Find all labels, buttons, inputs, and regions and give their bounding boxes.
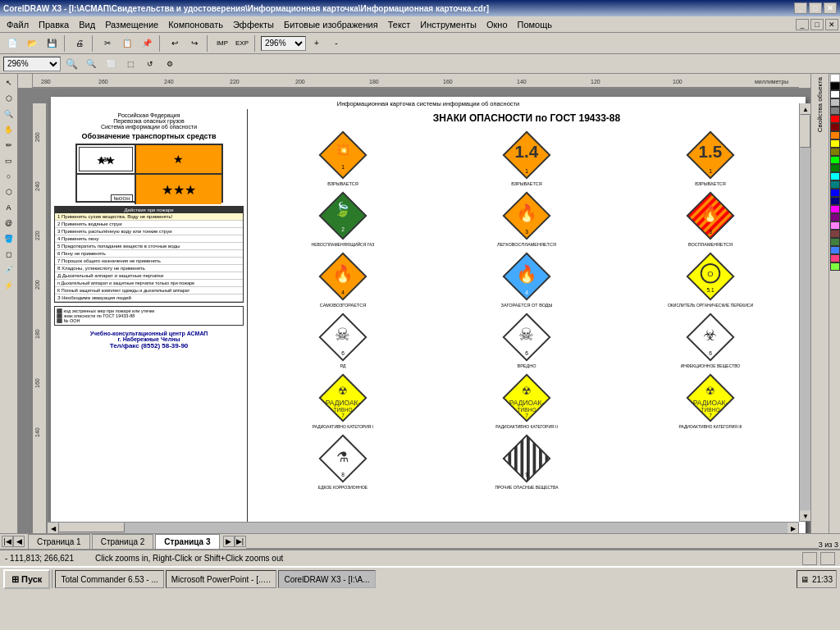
menu-help[interactable]: Помощь <box>513 18 558 31</box>
scroll-left-button[interactable]: ◀ <box>48 523 59 533</box>
zoom-in-2-button[interactable]: 🔍 <box>62 55 80 73</box>
start-button[interactable]: ⊞ Пуск <box>3 569 50 589</box>
spiral-tool[interactable]: @ <box>2 216 16 231</box>
menu-compose[interactable]: Компоновать <box>163 18 228 31</box>
tab-last-button[interactable]: ▶| <box>235 536 246 547</box>
taskbar-coreldraw[interactable]: CorelDRAW X3 - [I:\А... <box>278 570 375 588</box>
color-swatch-brown[interactable] <box>830 230 840 238</box>
color-swatch-silver[interactable] <box>830 98 840 107</box>
app-maximize-button[interactable]: □ <box>810 19 824 30</box>
color-swatch-black[interactable] <box>830 82 840 90</box>
scroll-thumb-v[interactable] <box>800 115 810 148</box>
copy-button[interactable]: 📋 <box>118 34 136 52</box>
shape-tool[interactable]: ⬡ <box>2 91 16 106</box>
menu-text[interactable]: Текст <box>383 18 416 31</box>
tab-next-button[interactable]: ▶ <box>223 536 235 547</box>
app-close-button[interactable]: ✕ <box>825 19 838 30</box>
color-swatch-pink[interactable] <box>830 221 840 230</box>
app-minimize-button[interactable]: _ <box>796 19 809 30</box>
options-button[interactable]: ⚙ <box>161 55 179 73</box>
menu-view[interactable]: Вид <box>74 18 100 31</box>
color-swatch-green[interactable] <box>830 164 840 172</box>
maximize-button[interactable]: □ <box>809 2 822 14</box>
redo-button[interactable]: ↪ <box>185 34 203 52</box>
menu-bitmap[interactable]: Битовые изображения <box>279 18 383 31</box>
new-button[interactable]: 📄 <box>3 34 21 52</box>
color-swatch-red[interactable] <box>830 115 840 123</box>
scroll-thumb-h[interactable] <box>59 523 125 532</box>
select-tool[interactable]: ↖ <box>2 75 16 90</box>
color-swatch-gray[interactable] <box>830 107 840 115</box>
zoom-page-button[interactable]: ⬜ <box>102 55 120 73</box>
color-swatch-chartreuse[interactable] <box>830 262 840 271</box>
polygon-tool[interactable]: ⬡ <box>2 185 16 199</box>
page-tab-1[interactable]: Страница 1 <box>28 534 90 549</box>
color-swatch-cornblue[interactable] <box>830 246 840 254</box>
export-button[interactable]: EXP <box>233 34 251 52</box>
color-swatch-maroon[interactable] <box>830 123 840 131</box>
taskbar-powerpoint[interactable]: Microsoft PowerPoint - [..… <box>166 570 277 588</box>
print-button[interactable]: 🖨 <box>71 34 89 52</box>
page-tab-3[interactable]: Страница 3 <box>155 534 219 549</box>
color-swatch-rose[interactable] <box>830 254 840 262</box>
menu-edit[interactable]: Правка <box>34 18 74 31</box>
menu-effects[interactable]: Эффекты <box>228 18 279 31</box>
horizontal-scrollbar[interactable]: ◀ ▶ <box>48 522 799 533</box>
color-swatch-olive[interactable] <box>830 148 840 156</box>
tab-prev-button[interactable]: ◀ <box>13 536 25 547</box>
zoom-out-button[interactable]: - <box>327 34 345 52</box>
scroll-track-v[interactable] <box>800 115 810 510</box>
zoom-select-2[interactable]: 296% <box>3 57 61 71</box>
scroll-track-h[interactable] <box>59 523 788 533</box>
paste-button[interactable]: 📌 <box>138 34 156 52</box>
pan-tool[interactable]: ✋ <box>2 122 16 137</box>
menu-file[interactable]: Файл <box>2 18 34 31</box>
fill-tool[interactable]: 🪣 <box>2 231 16 246</box>
freehand-tool[interactable]: ✏ <box>2 138 16 153</box>
window-controls[interactable]: _ □ ✕ <box>794 2 837 14</box>
close-button[interactable]: ✕ <box>824 2 837 14</box>
color-swatch-navy[interactable] <box>830 197 840 205</box>
outline-tool[interactable]: ◻ <box>2 247 16 262</box>
color-swatch-lime[interactable] <box>830 156 840 164</box>
zoom-in-button[interactable]: + <box>308 34 326 52</box>
eyedropper-tool[interactable]: 💉 <box>2 262 16 277</box>
vertical-scrollbar[interactable]: ▲ ▼ <box>799 103 810 522</box>
scroll-right-button[interactable]: ▶ <box>788 523 799 533</box>
scroll-down-button[interactable]: ▼ <box>800 510 810 522</box>
menu-arrange[interactable]: Размещение <box>100 18 163 31</box>
color-swatch-magenta[interactable] <box>830 205 840 213</box>
color-swatch-white[interactable] <box>830 90 840 98</box>
menu-window[interactable]: Окно <box>482 18 513 31</box>
scroll-up-button[interactable]: ▲ <box>800 103 810 115</box>
zoom-out-2-button[interactable]: 🔍 <box>82 55 100 73</box>
save-button[interactable]: 💾 <box>43 34 61 52</box>
canvas-area[interactable]: 260 240 220 200 180 160 140 миллиметры И… <box>33 89 810 533</box>
open-button[interactable]: 📂 <box>23 34 41 52</box>
zoom-select[interactable]: 296% 200% 100% <box>261 36 306 51</box>
cut-button[interactable]: ✂ <box>98 34 116 52</box>
color-swatch-orange[interactable] <box>830 131 840 139</box>
color-swatch-none[interactable] <box>830 74 840 82</box>
color-swatch-blue[interactable] <box>830 189 840 197</box>
color-swatch-teal[interactable] <box>830 180 840 189</box>
interactive-tool[interactable]: ⚡ <box>2 278 16 293</box>
minimize-button[interactable]: _ <box>794 2 807 14</box>
color-swatch-sage[interactable] <box>830 238 840 246</box>
color-swatch-cyan[interactable] <box>830 172 840 180</box>
zoom-tool[interactable]: 🔍 <box>2 107 16 121</box>
page-tab-2[interactable]: Страница 2 <box>92 534 154 549</box>
color-swatch-yellow[interactable] <box>830 139 840 148</box>
svg-text:O: O <box>707 269 713 278</box>
rectangle-tool[interactable]: ▭ <box>2 153 16 168</box>
text-tool[interactable]: A <box>2 200 16 215</box>
import-button[interactable]: IMP <box>213 34 231 52</box>
refresh-button[interactable]: ↺ <box>141 55 159 73</box>
ellipse-tool[interactable]: ○ <box>2 169 16 184</box>
zoom-width-button[interactable]: ⬚ <box>121 55 139 73</box>
menu-tools[interactable]: Инструменты <box>415 18 482 31</box>
color-swatch-purple[interactable] <box>830 213 840 221</box>
undo-button[interactable]: ↩ <box>166 34 184 52</box>
taskbar-total-commander[interactable]: Total Commander 6.53 - ... <box>55 570 163 588</box>
tab-first-button[interactable]: |◀ <box>2 536 13 547</box>
